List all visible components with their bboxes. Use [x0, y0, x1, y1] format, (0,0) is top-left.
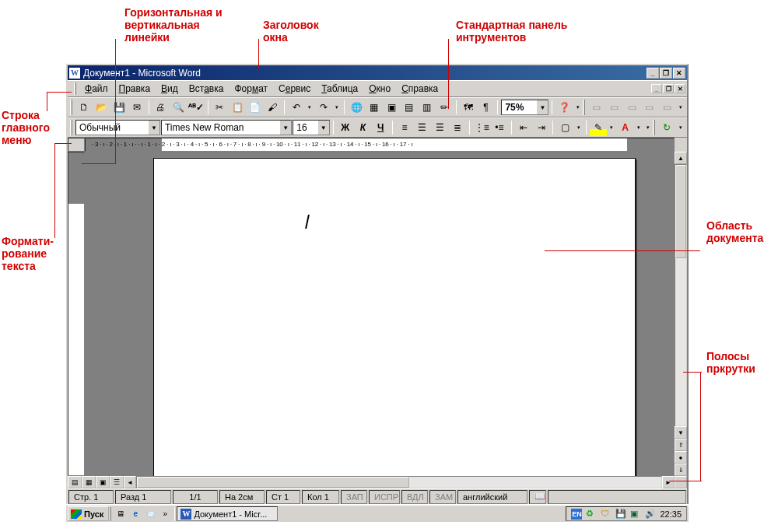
mail-icon[interactable]: ✉	[128, 99, 145, 116]
web-refresh-icon[interactable]: ↻	[658, 119, 675, 136]
outline-view-icon[interactable]: ☰	[110, 476, 124, 488]
spellcheck-icon[interactable]: ᴬᴮ✓	[187, 99, 205, 116]
chevron-down-icon[interactable]: ▼	[317, 121, 329, 135]
doc-map-icon[interactable]: 🗺	[460, 99, 477, 116]
close-button[interactable]: ✕	[673, 68, 685, 79]
status-ovr[interactable]: ЗАМ	[429, 490, 456, 504]
new-document-icon[interactable]: 🗋	[75, 99, 93, 116]
merge-doc-icon[interactable]: ▭	[659, 99, 676, 116]
decrease-indent-icon[interactable]: ⇤	[515, 119, 532, 136]
chevron-down-icon[interactable]: ▼	[536, 100, 548, 114]
outlook-icon[interactable]: 📨	[143, 507, 157, 521]
scroll-up-icon[interactable]: ▲	[675, 152, 687, 164]
redo-icon[interactable]: ↷	[315, 99, 332, 116]
insert-merge-icon[interactable]: ▭	[606, 99, 623, 116]
highlight-dropdown-icon[interactable]: ▾	[608, 119, 616, 136]
envelopes-icon[interactable]: ▭	[588, 99, 605, 116]
tray-icon[interactable]: ▣	[630, 509, 641, 520]
status-lang[interactable]: английский	[457, 490, 527, 504]
menu-view[interactable]: Вид	[156, 82, 184, 96]
redo-dropdown-icon[interactable]: ▾	[332, 99, 341, 116]
underline-button[interactable]: Ч	[372, 119, 389, 136]
prev-page-icon[interactable]: ⇑	[675, 439, 687, 451]
cut-icon[interactable]: ✂	[212, 99, 229, 116]
columns-icon[interactable]: ▥	[419, 99, 436, 116]
tray-icon[interactable]: ♻	[586, 509, 597, 520]
lang-indicator[interactable]: EN	[571, 509, 582, 520]
tray-icon[interactable]: 💾	[615, 509, 626, 520]
zoom-combo[interactable]: 75% ▼	[501, 100, 548, 115]
normal-view-icon[interactable]: ▤	[68, 476, 82, 488]
menu-help[interactable]: Справка	[396, 82, 443, 96]
chevron-down-icon[interactable]: ▼	[279, 121, 291, 135]
toolbar-grip[interactable]	[653, 120, 655, 135]
toolbar-more-icon[interactable]: ▾	[573, 99, 582, 116]
scroll-track[interactable]	[136, 476, 662, 488]
style-combo[interactable]: Обычный ▼	[75, 120, 160, 135]
scroll-left-icon[interactable]: ◄	[124, 476, 136, 488]
restore-button[interactable]: ❐	[660, 68, 672, 79]
menu-table[interactable]: Таблица	[316, 82, 363, 96]
save-icon[interactable]: 💾	[110, 99, 128, 116]
clock[interactable]: 22:35	[660, 509, 682, 519]
italic-button[interactable]: К	[355, 119, 372, 136]
scroll-thumb[interactable]	[137, 477, 409, 488]
open-icon[interactable]: 📂	[93, 99, 110, 116]
menu-file[interactable]: Файл	[79, 82, 114, 96]
start-button[interactable]: Пуск	[68, 506, 109, 521]
merge-main-icon[interactable]: ▭	[623, 99, 640, 116]
paste-icon[interactable]: 📄	[247, 99, 264, 116]
toolbar-grip[interactable]	[70, 120, 72, 135]
menu-edit[interactable]: Правка	[114, 82, 156, 96]
highlight-icon[interactable]: ✎	[590, 119, 607, 136]
volume-icon[interactable]: 🔊	[645, 509, 656, 520]
task-button[interactable]: W Документ1 - Micr...	[177, 506, 278, 521]
menu-format[interactable]: Формат	[229, 82, 273, 96]
status-spelling-icon[interactable]: 📖	[529, 490, 546, 504]
font-color-icon[interactable]: A	[617, 119, 634, 136]
horizontal-scrollbar[interactable]: ◄ ►	[124, 476, 675, 488]
copy-icon[interactable]: 📋	[229, 99, 246, 116]
doc-restore-button[interactable]: ❐	[663, 84, 674, 93]
ie-icon[interactable]: e	[128, 507, 142, 521]
numbered-list-icon[interactable]: ⋮≡	[473, 119, 490, 136]
toolbar-grip[interactable]	[70, 100, 72, 115]
vertical-ruler[interactable]	[68, 152, 85, 476]
document-viewport[interactable]	[85, 152, 675, 476]
align-left-icon[interactable]: ≡	[396, 119, 413, 136]
excel-icon[interactable]: ▤	[401, 99, 418, 116]
status-ext[interactable]: ВДЛ	[401, 490, 428, 504]
toolbar-more-icon[interactable]: ▾	[643, 119, 652, 136]
toolbar-grip[interactable]	[74, 82, 76, 95]
page[interactable]	[153, 158, 636, 476]
toolbar-more-icon[interactable]: ▾	[676, 119, 685, 136]
undo-icon[interactable]: ↶	[288, 99, 305, 116]
help-icon[interactable]: ❓	[555, 99, 573, 116]
title-bar[interactable]: W Документ1 - Microsoft Word _ ❐ ✕	[68, 65, 687, 80]
vertical-scrollbar[interactable]: ▲ ▼ ⇑ ● ⇓	[675, 152, 687, 476]
borders-icon[interactable]: ▢	[556, 119, 573, 136]
undo-dropdown-icon[interactable]: ▾	[306, 99, 314, 116]
scroll-down-icon[interactable]: ▼	[675, 426, 687, 439]
toolbar-more-icon[interactable]: ▾	[676, 99, 685, 116]
toolbar-grip[interactable]	[583, 100, 585, 115]
doc-minimize-button[interactable]: _	[651, 84, 662, 93]
hyperlink-icon[interactable]: 🌐	[348, 99, 365, 116]
menu-tools[interactable]: Сервис	[273, 82, 316, 96]
bold-button[interactable]: Ж	[337, 119, 354, 136]
chevron-down-icon[interactable]: ▼	[148, 121, 159, 135]
show-hide-icon[interactable]: ¶	[478, 99, 495, 116]
minimize-button[interactable]: _	[647, 68, 659, 79]
increase-indent-icon[interactable]: ⇥	[533, 119, 550, 136]
tray-icon[interactable]: 🛡	[601, 509, 612, 520]
horizontal-ruler[interactable]: · 3 · ı · 2 · ı · 1 · ı · · ı · 1 · ı · …	[85, 138, 675, 152]
align-right-icon[interactable]: ☰	[432, 119, 449, 136]
insert-table-icon[interactable]: ▣	[383, 99, 400, 116]
scroll-thumb[interactable]	[675, 165, 686, 258]
merge-data-icon[interactable]: ▭	[641, 99, 658, 116]
ql-more-icon[interactable]: »	[158, 507, 172, 521]
align-justify-icon[interactable]: ≣	[450, 119, 467, 136]
format-painter-icon[interactable]: 🖌	[265, 99, 282, 116]
font-color-dropdown-icon[interactable]: ▾	[635, 119, 643, 136]
browse-object-icon[interactable]: ●	[675, 451, 687, 464]
